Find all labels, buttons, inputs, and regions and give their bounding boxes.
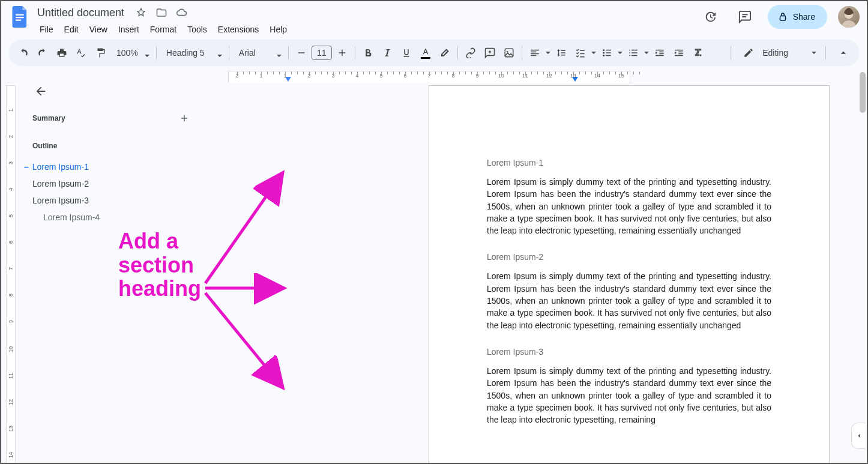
svg-line-11	[205, 175, 281, 283]
scrollbar[interactable]	[860, 72, 866, 113]
svg-line-13	[205, 293, 281, 385]
show-side-panel-button[interactable]	[851, 423, 866, 449]
annotation-arrows	[1, 1, 868, 464]
